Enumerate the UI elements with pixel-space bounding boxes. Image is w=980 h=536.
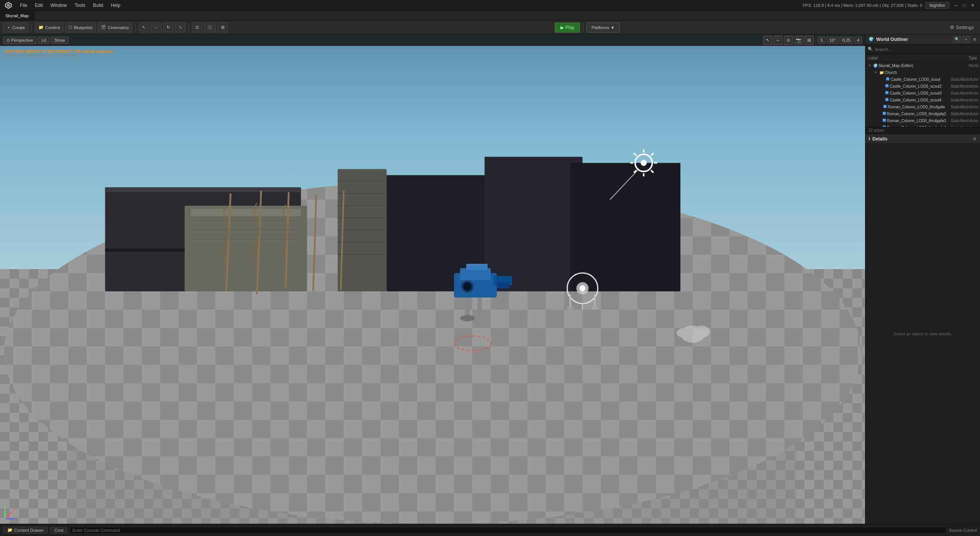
play-button[interactable]: ▶ Play (555, 23, 580, 33)
tab-skyrail-map[interactable]: Skyrail_Map (0, 11, 34, 20)
content-button[interactable]: 📁 Content (35, 23, 64, 33)
search-icon: 🔍 (868, 47, 873, 52)
tree-item[interactable]: Roman_Column_LOD0_thrufgafa3StaticMeshAc… (865, 117, 980, 124)
tree-item[interactable]: Roman_Column_LOD0_thrufgafaStaticMeshAct… (865, 103, 980, 110)
svg-rect-76 (885, 84, 888, 87)
settings-button[interactable]: ⚙ Settings (947, 23, 977, 33)
svg-line-69 (5, 511, 13, 519)
plus-icon: ＋ (7, 25, 11, 30)
perspective-icon: ⊙ (7, 38, 10, 43)
svg-rect-79 (883, 105, 887, 108)
details-header: ℹ Details ✕ (865, 134, 980, 144)
scene-3d (0, 34, 865, 524)
svg-text:Z: Z (4, 505, 7, 509)
svg-line-52 (634, 153, 636, 155)
tree-item[interactable]: Castle_Column_LOD0_scout4StaticMeshActor (865, 96, 980, 103)
svg-line-54 (651, 153, 653, 155)
svg-rect-44 (477, 297, 482, 316)
details-icon: ℹ (869, 136, 870, 141)
grid-icon[interactable]: ⊞ (805, 36, 814, 45)
svg-rect-75 (886, 77, 889, 80)
scale-025-button[interactable]: 0.25 (839, 37, 853, 44)
svg-point-59 (579, 285, 585, 291)
tree-item[interactable]: ▼📁Church (865, 69, 980, 76)
camera-icon[interactable]: 📷 (794, 36, 803, 45)
snap-button[interactable]: ⊡ (192, 23, 202, 33)
scale-tool-button[interactable]: ⤡ (175, 23, 185, 33)
details-panel: ℹ Details ✕ Select an object to view det… (865, 134, 980, 524)
menu-file[interactable]: File (16, 2, 31, 9)
tree-item[interactable]: Castle_Column_LOD0_scout3StaticMeshActor (865, 90, 980, 96)
engine-name-button[interactable]: Nightfire (925, 2, 949, 9)
cinematics-button[interactable]: 🎬 Cinematics (97, 23, 132, 33)
viewport[interactable]: ⊙ Perspective Lit Show ↖ ↔ ⊙ 📷 ⊞ 5 10° 0… (0, 34, 865, 524)
move-tool-button[interactable]: ↔ (151, 23, 162, 33)
world-outliner-panel: 🌍 World Outliner 🔍 + ✕ 🔍 Label Type ▼🌍Sk… (865, 34, 980, 134)
outliner-search-btn[interactable]: 🔍 (953, 36, 961, 43)
tree-item[interactable]: Castle_Column_LOD0_scoutStaticMeshActor (865, 76, 980, 83)
outliner-close-button[interactable]: ✕ (972, 36, 977, 42)
select-mode-icon[interactable]: ↖ (763, 36, 772, 45)
world-outliner-header: 🌍 World Outliner 🔍 + ✕ (865, 34, 980, 44)
minimize-button[interactable]: ─ (952, 2, 959, 9)
details-title: Details (872, 136, 970, 142)
svg-point-67 (677, 328, 691, 338)
axis-indicator: X Z Y (3, 505, 18, 521)
blueprint-icon: ⬡ (69, 25, 72, 30)
menu-edit[interactable]: Edit (31, 2, 47, 9)
outliner-search-input[interactable] (875, 47, 978, 52)
console-command-input[interactable] (70, 527, 946, 534)
cinema-icon: 🎬 (101, 25, 106, 30)
perspective-mode-button[interactable]: ⊙ Perspective (3, 37, 36, 44)
lit-mode-button[interactable]: Lit (38, 37, 49, 44)
rotate-tool-button[interactable]: ↻ (163, 23, 174, 33)
show-button[interactable]: Show (51, 37, 69, 44)
outliner-tree: ▼🌍Skyrail_Map (Editor)World▼📁ChurchCastl… (865, 62, 980, 127)
viewport-right-controls: ↖ ↔ ⊙ 📷 ⊞ 5 10° 0.25 4 (763, 36, 862, 45)
vp-sep-1 (816, 37, 816, 44)
tree-item[interactable]: Roman_Column_LOD0_thrufgafa4StaticMeshAc… (865, 124, 980, 127)
menu-build[interactable]: Build (89, 2, 107, 9)
svg-rect-29 (485, 157, 583, 291)
cmd-button[interactable]: Cmd (50, 527, 67, 534)
outliner-icon: 🌍 (869, 37, 874, 42)
details-empty-message: Select an object to view details. (865, 144, 980, 524)
maximize-button[interactable]: □ (961, 2, 968, 9)
menu-window[interactable]: Window (47, 2, 71, 9)
tree-item[interactable]: ▼🌍Skyrail_Map (Editor)World (865, 62, 980, 69)
snap-surface-icon[interactable]: ⊙ (784, 36, 793, 45)
type-col-header: Type (939, 56, 977, 60)
svg-marker-1 (7, 3, 10, 7)
toolbar-sep-4 (583, 23, 583, 32)
svg-rect-80 (883, 112, 886, 115)
fps-display: FPS: 118.9 | 8.4 ms | Mem: 1,097.90 mb |… (803, 3, 922, 8)
details-close-button[interactable]: ✕ (972, 136, 977, 142)
toolbar-sep-2 (135, 23, 136, 32)
svg-rect-40 (466, 264, 488, 270)
main-layout: ⊙ Perspective Lit Show ↖ ↔ ⊙ 📷 ⊞ 5 10° 0… (0, 34, 980, 524)
select-tool-button[interactable]: ↖ (139, 23, 149, 33)
menu-help[interactable]: Help (107, 2, 124, 9)
grid-button[interactable]: ⊞ (218, 23, 228, 33)
svg-point-45 (460, 315, 475, 321)
toolbar-sep-3 (188, 23, 189, 32)
outliner-search-bar: 🔍 (865, 44, 980, 54)
lod-4-button[interactable]: 4 (854, 37, 862, 44)
tree-item[interactable]: Castle_Column_LOD0_scout2StaticMeshActor (865, 83, 980, 90)
grid-5-button[interactable]: 5 (818, 37, 826, 44)
blueprints-button[interactable]: ⬡ Blueprints (65, 23, 96, 33)
content-drawer-button[interactable]: 📁 Content Drawer (3, 526, 48, 534)
create-button[interactable]: ＋ Create (3, 23, 28, 33)
move-mode-icon[interactable]: ↔ (774, 36, 783, 45)
menu-tools[interactable]: Tools (71, 2, 89, 9)
toolbar: ＋ Create 📁 Content ⬡ Blueprints 🎬 Cinema… (0, 21, 980, 34)
tree-item[interactable]: Roman_Column_LOD0_thrufgafa2StaticMeshAc… (865, 110, 980, 117)
svg-text:Y: Y (15, 516, 17, 520)
menu-bar: File Edit Window Tools Build Help FPS: 1… (0, 0, 980, 11)
close-button[interactable]: ✕ (969, 2, 976, 9)
outliner-add-btn[interactable]: + (962, 36, 970, 43)
angle-10-button[interactable]: 10° (827, 37, 839, 44)
right-panel: 🌍 World Outliner 🔍 + ✕ 🔍 Label Type ▼🌍Sk… (865, 34, 980, 524)
camera-speed-button[interactable]: 🎥 (204, 23, 216, 33)
platforms-button[interactable]: Platforms ▼ (587, 23, 619, 33)
